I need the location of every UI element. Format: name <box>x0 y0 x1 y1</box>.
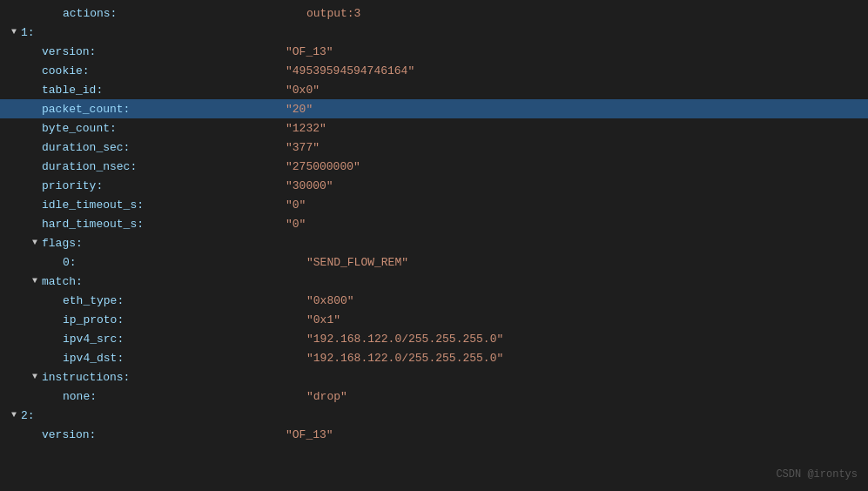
row-actions-label: actions:output:3 <box>0 3 868 23</box>
row-eth_type: eth_type:"0x800" <box>0 291 868 310</box>
value-ipv4_src: "192.168.122.0/255.255.255.0" <box>306 333 503 346</box>
key-packet_count: packet_count: <box>42 103 286 116</box>
key-ipv4_src: ipv4_src: <box>63 333 306 346</box>
row-duration_sec: duration_sec:"377" <box>0 138 868 157</box>
key-duration_nsec: duration_nsec: <box>42 160 286 173</box>
value-actions-label: output:3 <box>306 7 360 20</box>
key-actions-label: actions: <box>63 7 306 20</box>
row-version: version:"OF_13" <box>0 42 868 61</box>
key-byte_count: byte_count: <box>42 122 286 135</box>
row-entry-2: ▼2: <box>0 406 868 425</box>
value-eth_type: "0x800" <box>306 294 354 307</box>
key-eth_type: eth_type: <box>63 294 306 307</box>
key-instructions: instructions: <box>42 371 286 384</box>
key-entry-1: 1: <box>21 26 265 39</box>
row-cookie: cookie:"49539594594746164" <box>0 61 868 80</box>
key-priority: priority: <box>42 179 286 192</box>
value-duration_nsec: "275000000" <box>286 160 360 173</box>
value-table_id: "0x0" <box>286 84 320 97</box>
watermark: CSDN @irontys <box>776 468 858 481</box>
toggle-icon-flags[interactable]: ▼ <box>28 236 42 250</box>
row-match: ▼match: <box>0 272 868 291</box>
value-cookie: "49539594594746164" <box>286 64 414 77</box>
key-flags-0: 0: <box>63 256 306 269</box>
value-duration_sec: "377" <box>286 141 320 154</box>
value-version: "OF_13" <box>286 45 333 58</box>
row-version-2: version:"OF_13" <box>0 425 868 444</box>
key-hard_timeout_s: hard_timeout_s: <box>42 218 286 231</box>
value-ipv4_dst: "192.168.122.0/255.255.255.0" <box>306 352 503 365</box>
row-ipv4_dst: ipv4_dst:"192.168.122.0/255.255.255.0" <box>0 348 868 367</box>
key-cookie: cookie: <box>42 64 286 77</box>
value-none: "drop" <box>306 390 347 403</box>
value-hard_timeout_s: "0" <box>286 218 306 231</box>
value-idle_timeout_s: "0" <box>286 198 306 212</box>
toggle-icon-match[interactable]: ▼ <box>28 274 42 288</box>
row-flags-0: 0:"SEND_FLOW_REM" <box>0 252 868 272</box>
key-entry-2: 2: <box>21 409 265 422</box>
row-table_id: table_id:"0x0" <box>0 80 868 99</box>
row-priority: priority:"30000" <box>0 176 868 195</box>
value-version-2: "OF_13" <box>286 428 333 441</box>
row-idle_timeout_s: idle_timeout_s:"0" <box>0 195 868 214</box>
row-entry-1: ▼1: <box>0 23 868 42</box>
value-ip_proto: "0x1" <box>306 313 340 326</box>
key-ip_proto: ip_proto: <box>63 313 306 326</box>
row-flags: ▼flags: <box>0 233 868 252</box>
value-packet_count: "20" <box>286 103 313 116</box>
value-flags-0: "SEND_FLOW_REM" <box>306 256 408 269</box>
key-none: none: <box>63 390 306 403</box>
key-version: version: <box>42 45 286 58</box>
key-duration_sec: duration_sec: <box>42 141 286 154</box>
row-ip_proto: ip_proto:"0x1" <box>0 310 868 329</box>
row-none: none:"drop" <box>0 387 868 406</box>
key-match: match: <box>42 275 286 288</box>
value-byte_count: "1232" <box>286 122 326 135</box>
row-ipv4_src: ipv4_src:"192.168.122.0/255.255.255.0" <box>0 329 868 348</box>
key-flags: flags: <box>42 237 286 250</box>
key-idle_timeout_s: idle_timeout_s: <box>42 198 286 212</box>
toggle-icon-entry-2[interactable]: ▼ <box>7 408 21 422</box>
row-duration_nsec: duration_nsec:"275000000" <box>0 157 868 176</box>
row-packet_count: packet_count:"20" <box>0 99 868 118</box>
toggle-icon-entry-1[interactable]: ▼ <box>7 25 21 39</box>
row-instructions: ▼instructions: <box>0 367 868 387</box>
value-priority: "30000" <box>286 179 333 192</box>
row-byte_count: byte_count:"1232" <box>0 118 868 138</box>
row-hard_timeout_s: hard_timeout_s:"0" <box>0 214 868 233</box>
tree-view: actions:output:3▼1:version:"OF_13"cookie… <box>0 0 868 491</box>
key-version-2: version: <box>42 428 286 441</box>
key-ipv4_dst: ipv4_dst: <box>63 352 306 365</box>
toggle-icon-instructions[interactable]: ▼ <box>28 370 42 384</box>
key-table_id: table_id: <box>42 84 286 97</box>
